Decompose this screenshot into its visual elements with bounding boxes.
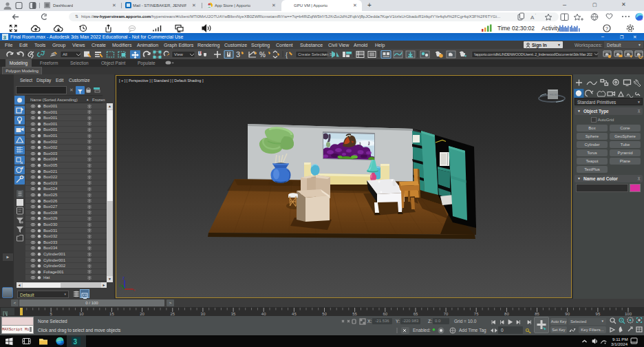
svg-text:y: y xyxy=(119,283,121,287)
svg-text:A: A xyxy=(530,14,535,21)
svg-text:All: All xyxy=(63,52,67,56)
svg-text:x: x xyxy=(133,288,136,292)
svg-text:%: % xyxy=(259,51,266,59)
svg-text:Z: Z xyxy=(122,276,125,280)
svg-text:`: ` xyxy=(535,13,537,17)
svg-text:Time 02:30:02: Time 02:30:02 xyxy=(497,25,535,32)
svg-text:{: { xyxy=(286,52,288,59)
svg-text:?: ? xyxy=(605,26,608,31)
svg-text:FRONT: FRONT xyxy=(550,94,559,96)
svg-text:3: 3 xyxy=(3,34,7,41)
svg-text:Create Selection Se: Create Selection Se xyxy=(298,52,335,56)
svg-text:\\apporto.com\dfs\LINDENWOOD\U: \\apporto.com\dfs\LINDENWOOD\Users\..2_l… xyxy=(474,52,592,56)
svg-text:View: View xyxy=(174,52,184,56)
svg-text:Activity: Activity xyxy=(541,25,561,32)
svg-text:[ + ] [ Perspective ] [ Standa: [ + ] [ Perspective ] [ Standard ] [ Def… xyxy=(119,78,204,83)
svg-text:3: 3 xyxy=(236,50,240,59)
svg-text:3/1/2024: 3/1/2024 xyxy=(611,341,628,346)
svg-text:9:11 PM: 9:11 PM xyxy=(612,337,628,341)
svg-text:3: 3 xyxy=(74,338,78,346)
